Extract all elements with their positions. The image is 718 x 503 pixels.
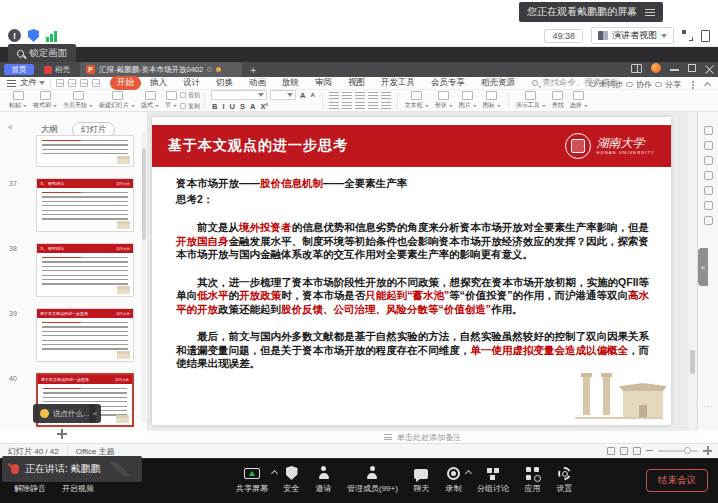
slide-area-scrollbar[interactable]: [689, 112, 696, 430]
clipboard-action[interactable]: 剪切: [180, 91, 200, 100]
dock-icon[interactable]: [704, 171, 713, 180]
file-menu[interactable]: 文件: [20, 77, 37, 89]
side-panel-toggle-icon[interactable]: [701, 30, 710, 42]
slide-canvas[interactable]: 基于本文观点的进一步思考 湖南大学 HUNAN UNIVERSITY 资本市场开…: [152, 117, 671, 425]
new-document-tab-button[interactable]: +: [250, 64, 256, 76]
zoom-out-button[interactable]: [646, 450, 653, 452]
slide-sorter-icon[interactable]: [620, 447, 628, 455]
text-style-button[interactable]: U: [229, 102, 236, 111]
picture-button[interactable]: 图片: [456, 91, 480, 110]
slide-thumbnail[interactable]: 九、研究结论 湖南大学: [36, 243, 134, 297]
font-family-select[interactable]: [211, 90, 267, 100]
columns-icon[interactable]: [381, 102, 391, 110]
chat-bubble-collapse-button[interactable]: <: [89, 404, 101, 423]
text-style-button[interactable]: S: [239, 102, 246, 111]
play-from-current-button[interactable]: 当页开始: [60, 91, 96, 110]
zoom-slider[interactable]: [658, 450, 698, 452]
find-button[interactable]: 查找: [549, 91, 567, 110]
chevron-up-icon[interactable]: [465, 470, 472, 477]
increase-font-icon[interactable]: A: [299, 91, 306, 100]
bullet-list-icon[interactable]: [329, 92, 339, 100]
text-style-button[interactable]: B: [211, 102, 218, 111]
meeting-info-icon[interactable]: !: [8, 29, 21, 42]
menu-tab[interactable]: 开发工具: [374, 76, 422, 90]
manage-members-button[interactable]: 管理成员(99+): [347, 466, 398, 494]
reading-mode-icon[interactable]: [631, 64, 642, 73]
format-painter-button[interactable]: 格式刷: [30, 91, 60, 110]
menu-tab[interactable]: 审阅: [308, 76, 339, 90]
dock-collapse-handle[interactable]: <: [698, 248, 708, 286]
security-shield-icon[interactable]: [28, 29, 39, 42]
banner-menu-icon[interactable]: [645, 9, 655, 16]
chat-button[interactable]: 聊天: [413, 466, 430, 494]
menu-tab[interactable]: 稻壳资源: [474, 76, 522, 90]
menu-tab[interactable]: 放映: [275, 76, 306, 90]
dock-icon[interactable]: [704, 201, 713, 210]
menu-tab[interactable]: 开始: [110, 76, 141, 90]
restore-button[interactable]: [688, 64, 696, 72]
notes-bar[interactable]: 单击此处添加备注: [148, 430, 697, 443]
dock-icon[interactable]: [704, 141, 713, 150]
zoom-in-button[interactable]: [703, 446, 712, 455]
justify-icon[interactable]: [368, 102, 378, 110]
normal-view-icon[interactable]: [607, 447, 615, 455]
settings-button[interactable]: 设置: [556, 466, 573, 494]
wps-logo-icon[interactable]: [651, 63, 661, 73]
more-options-icon[interactable]: [692, 84, 694, 86]
indent-decrease-icon[interactable]: [355, 92, 365, 100]
align-left-icon[interactable]: [329, 102, 339, 110]
icons-button[interactable]: 图标: [480, 91, 504, 110]
menu-right-item[interactable]: 未同步: [589, 79, 623, 90]
paste-button[interactable]: 粘贴: [6, 91, 30, 110]
layout-button[interactable]: 版式: [138, 91, 162, 110]
menu-tab[interactable]: 插入: [143, 76, 174, 90]
dock-more-icon[interactable]: ···: [703, 402, 713, 411]
quick-chat-placeholder[interactable]: 说点什么...: [53, 409, 89, 419]
align-center-icon[interactable]: [342, 102, 352, 110]
menu-tab[interactable]: 会员专享: [424, 76, 472, 90]
slide-thumbnail[interactable]: 基于本文观点的进一步思考 湖南大学: [36, 308, 134, 362]
decrease-font-icon[interactable]: A: [309, 92, 315, 98]
menu-tab[interactable]: 动画: [242, 76, 273, 90]
breakout-rooms-button[interactable]: 分组讨论: [477, 466, 509, 494]
wps-home-tab[interactable]: 首页: [4, 64, 34, 75]
apps-button[interactable]: 应用: [524, 466, 541, 494]
textbox-button[interactable]: 文本框: [402, 91, 432, 110]
present-tools-button[interactable]: 演示工具: [513, 91, 549, 110]
new-slide-button[interactable]: 新建幻灯片: [96, 91, 138, 110]
wps-docer-tab[interactable]: 稻壳: [40, 64, 74, 75]
select-button[interactable]: 选择: [567, 91, 591, 110]
menu-tab[interactable]: 设计: [176, 76, 207, 90]
panel-scrollbar[interactable]: [142, 132, 146, 422]
record-button[interactable]: 录制: [445, 466, 462, 494]
dock-icon[interactable]: [704, 186, 713, 195]
menu-tab[interactable]: 切换: [209, 76, 240, 90]
emoji-icon[interactable]: [40, 409, 49, 418]
text-style-button[interactable]: A: [249, 102, 256, 111]
zoom-slider-knob[interactable]: [684, 447, 691, 454]
slide-thumbnail[interactable]: 九、研究结论 湖南大学: [36, 178, 134, 232]
clipboard-action[interactable]: 复制: [180, 102, 200, 111]
shapes-button[interactable]: 形状: [432, 91, 456, 110]
section-button[interactable]: 节: [162, 91, 180, 110]
theme-name[interactable]: Office 主题: [76, 446, 115, 457]
share-screen-button[interactable]: 共享屏幕: [236, 466, 268, 494]
dock-icon[interactable]: [704, 126, 713, 135]
collapse-ribbon-icon[interactable]: [704, 82, 711, 89]
fullscreen-icon[interactable]: [682, 30, 693, 41]
menu-right-item[interactable]: 协作: [626, 79, 652, 90]
chevron-up-icon[interactable]: [271, 470, 278, 477]
slideshow-view-icon[interactable]: [633, 447, 641, 455]
text-style-button[interactable]: I: [221, 102, 225, 111]
redo-icon[interactable]: [92, 79, 100, 87]
menu-right-item[interactable]: 分享: [655, 79, 681, 90]
quick-chat-bubble[interactable]: 说点什么...: [33, 404, 96, 423]
print-icon[interactable]: [68, 79, 76, 87]
save-icon[interactable]: [56, 79, 64, 87]
view-mode-button[interactable]: 演讲者视图: [591, 27, 674, 44]
dock-icon[interactable]: [704, 216, 713, 225]
indent-increase-icon[interactable]: [368, 92, 378, 100]
end-meeting-button[interactable]: 结束会议: [646, 469, 708, 492]
align-right-icon[interactable]: [355, 102, 365, 110]
security-button[interactable]: 安全: [283, 466, 300, 494]
